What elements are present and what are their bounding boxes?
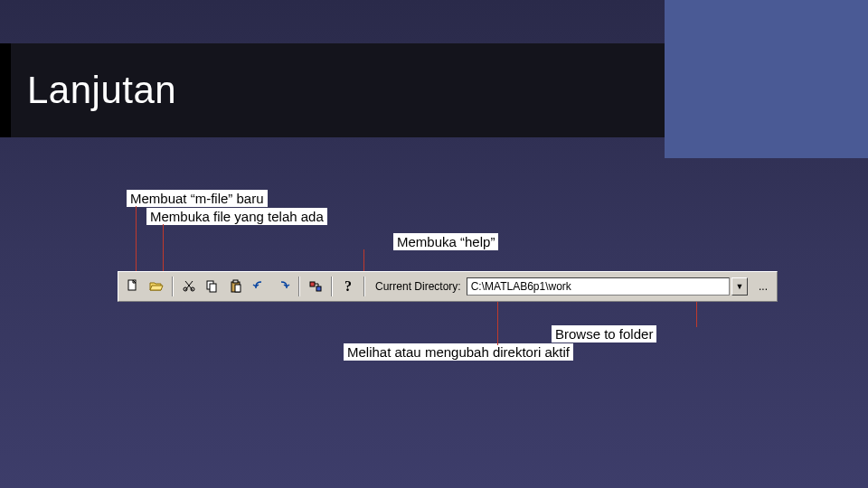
help-button[interactable]: ?: [337, 276, 359, 297]
redo-button[interactable]: [272, 276, 294, 297]
toolbar-separator: [298, 277, 300, 296]
leader-line: [497, 300, 498, 345]
current-directory-label: Current Directory:: [375, 280, 461, 293]
undo-icon: [252, 278, 267, 296]
leader-line: [163, 224, 164, 274]
leader-line: [136, 206, 137, 274]
toolbar-separator: [172, 277, 174, 296]
new-file-icon: [126, 278, 140, 296]
svg-rect-4: [210, 284, 216, 292]
annotation-change-dir: Melihat atau mengubah direktori aktif: [344, 343, 573, 361]
accent-panel: [665, 0, 868, 158]
annotation-new-mfile: Membuat “m-file” baru: [127, 190, 268, 207]
svg-rect-6: [233, 280, 238, 283]
new-file-button[interactable]: [122, 276, 144, 297]
annotation-open-file: Membuka file yang telah ada: [146, 208, 327, 225]
cut-button[interactable]: [178, 276, 200, 297]
toolbar-separator: [331, 277, 333, 296]
scissors-icon: [182, 278, 196, 296]
copy-icon: [205, 279, 220, 294]
title-band: Lanjutan: [0, 43, 665, 137]
open-file-button[interactable]: [146, 276, 167, 297]
toolbar-separator: [363, 277, 365, 296]
simulink-button[interactable]: [305, 276, 326, 297]
chevron-down-icon: ▼: [736, 282, 744, 291]
annotation-browse-folder: Browse to folder: [552, 325, 656, 343]
redo-icon: [276, 278, 290, 296]
annotation-open-help: Membuka “help”: [393, 233, 498, 250]
ellipsis-icon: ...: [759, 280, 768, 293]
directory-dropdown-button[interactable]: ▼: [731, 277, 748, 296]
paste-button[interactable]: [225, 276, 247, 297]
matlab-toolbar: ? Current Directory: ▼ ...: [118, 271, 778, 302]
leader-line: [696, 300, 697, 327]
paste-icon: [229, 279, 243, 294]
svg-rect-7: [235, 285, 241, 292]
open-folder-icon: [149, 279, 164, 294]
leader-line: [363, 249, 364, 273]
svg-rect-8: [310, 282, 315, 286]
svg-rect-9: [316, 286, 321, 291]
undo-button[interactable]: [249, 276, 270, 297]
simulink-icon: [308, 279, 323, 294]
current-directory-input[interactable]: [467, 277, 730, 296]
copy-button[interactable]: [202, 276, 223, 297]
help-icon: ?: [344, 278, 352, 295]
browse-folder-button[interactable]: ...: [753, 277, 773, 296]
slide-title: Lanjutan: [27, 69, 176, 112]
